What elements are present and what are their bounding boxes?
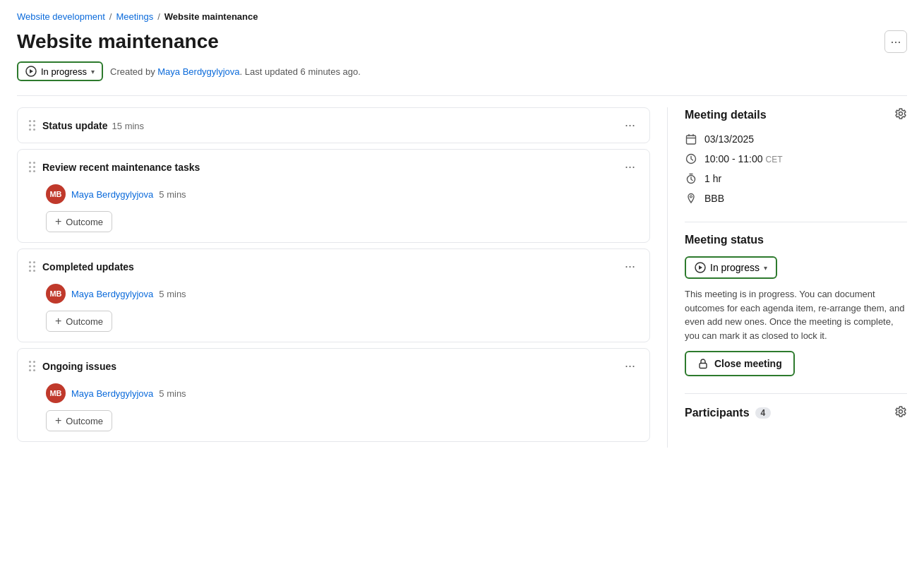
svg-rect-2 bbox=[687, 136, 696, 144]
agenda-item: Status update15 mins ··· bbox=[17, 107, 650, 143]
assignee-row: MB Maya Berdygylyjova 5 mins bbox=[46, 383, 638, 403]
page-header: Website maintenance ··· bbox=[17, 30, 907, 53]
assignee-row: MB Maya Berdygylyjova 5 mins bbox=[46, 284, 638, 304]
meeting-details-section: Meeting details bbox=[685, 107, 907, 205]
play-icon bbox=[25, 66, 37, 77]
plus-icon: + bbox=[55, 215, 61, 228]
agenda-item-body: MB Maya Berdygylyjova 5 mins + Outcome bbox=[18, 284, 649, 342]
agenda-item-title: Completed updates bbox=[42, 261, 134, 272]
assignee-duration: 5 mins bbox=[159, 189, 186, 200]
agenda-item-duration: 15 mins bbox=[112, 121, 145, 131]
agenda-item-left: Status update15 mins bbox=[29, 120, 144, 131]
more-options-button[interactable]: ··· bbox=[884, 30, 907, 53]
location-icon bbox=[685, 192, 697, 205]
meeting-status-badge-button[interactable]: In progress ▾ bbox=[685, 256, 777, 279]
agenda-item-body: MB Maya Berdygylyjova 5 mins + Outcome bbox=[18, 184, 649, 242]
meeting-status-header: Meeting status bbox=[685, 234, 907, 246]
assignee-row: MB Maya Berdygylyjova 5 mins bbox=[46, 184, 638, 204]
timer-icon bbox=[685, 172, 697, 185]
outcome-label: Outcome bbox=[66, 316, 103, 327]
outcome-label: Outcome bbox=[66, 217, 103, 227]
agenda-item-left: Review recent maintenance tasks bbox=[29, 162, 200, 173]
assignee-name[interactable]: Maya Berdygylyjova bbox=[71, 189, 153, 200]
meeting-details-gear-button[interactable] bbox=[894, 107, 907, 123]
breadcrumb-sep-1: / bbox=[109, 11, 112, 22]
agenda-item-header: Review recent maintenance tasks ··· bbox=[18, 150, 649, 184]
agenda-item: Completed updates ··· MB Maya Berdygylyj… bbox=[17, 248, 650, 342]
panel-divider-1 bbox=[685, 222, 907, 222]
gear-icon bbox=[894, 107, 907, 120]
participants-count: 4 bbox=[755, 407, 772, 419]
assignee-name[interactable]: Maya Berdygylyjova bbox=[71, 289, 153, 299]
right-panel: Meeting details bbox=[667, 107, 907, 448]
lock-icon bbox=[697, 358, 709, 369]
avatar: MB bbox=[46, 284, 66, 304]
participants-header: Participants 4 bbox=[685, 405, 907, 421]
agenda-item-title: Status update15 mins bbox=[42, 120, 144, 131]
avatar: MB bbox=[46, 184, 66, 204]
clock-icon bbox=[685, 152, 697, 165]
agenda-item: Review recent maintenance tasks ··· MB M… bbox=[17, 149, 650, 243]
status-label: In progress bbox=[41, 66, 87, 77]
svg-point-5 bbox=[690, 196, 692, 198]
meeting-status-section: Meeting status In progress ▾ This meetin… bbox=[685, 234, 907, 376]
main-layout: Status update15 mins ··· Review recent m… bbox=[17, 107, 907, 448]
agenda-item-menu-button[interactable]: ··· bbox=[622, 359, 638, 373]
agenda-item-left: Ongoing issues bbox=[29, 361, 116, 372]
breadcrumb-sep-2: / bbox=[157, 11, 160, 22]
chevron-down-icon: ▾ bbox=[764, 264, 767, 272]
detail-duration-row: 1 hr bbox=[685, 172, 907, 185]
meeting-status-label: In progress bbox=[710, 262, 760, 273]
detail-location-row: BBB bbox=[685, 192, 907, 205]
agenda-area: Status update15 mins ··· Review recent m… bbox=[17, 107, 667, 448]
drag-handle[interactable] bbox=[29, 120, 35, 131]
meeting-details-title: Meeting details bbox=[685, 109, 767, 121]
agenda-item-title: Ongoing issues bbox=[42, 361, 116, 372]
meeting-duration: 1 hr bbox=[704, 173, 721, 184]
breadcrumb-link-1[interactable]: Website development bbox=[17, 11, 105, 22]
participants-gear-button[interactable] bbox=[894, 405, 907, 421]
agenda-item-menu-button[interactable]: ··· bbox=[622, 259, 638, 274]
last-updated: Last updated 6 minutes ago. bbox=[245, 66, 361, 77]
drag-handle[interactable] bbox=[29, 261, 35, 272]
svg-marker-7 bbox=[699, 265, 702, 270]
close-meeting-label: Close meeting bbox=[714, 358, 782, 369]
agenda-item-header: Completed updates ··· bbox=[18, 249, 649, 284]
outcome-button[interactable]: + Outcome bbox=[46, 211, 112, 232]
breadcrumb-link-2[interactable]: Meetings bbox=[116, 11, 153, 22]
page-title: Website maintenance bbox=[17, 30, 219, 53]
agenda-item-header: Ongoing issues ··· bbox=[18, 349, 649, 383]
creator-link[interactable]: Maya Berdygylyjova bbox=[157, 66, 239, 77]
agenda-item: Ongoing issues ··· MB Maya Berdygylyjova… bbox=[17, 348, 650, 442]
meeting-location: BBB bbox=[704, 193, 724, 204]
meeting-details-header: Meeting details bbox=[685, 107, 907, 123]
participants-title-row: Participants 4 bbox=[685, 407, 771, 419]
agenda-item-menu-button[interactable]: ··· bbox=[622, 160, 638, 174]
detail-date-row: 03/13/2025 bbox=[685, 133, 907, 145]
close-meeting-button[interactable]: Close meeting bbox=[685, 351, 795, 376]
meeting-time: 10:00 - 11:00CET bbox=[704, 153, 783, 164]
agenda-item-title: Review recent maintenance tasks bbox=[42, 162, 200, 173]
page-divider bbox=[17, 95, 907, 96]
breadcrumb: Website development / Meetings / Website… bbox=[17, 11, 907, 22]
outcome-label: Outcome bbox=[66, 416, 103, 426]
participants-section: Participants 4 bbox=[685, 405, 907, 421]
drag-handle[interactable] bbox=[29, 162, 35, 172]
detail-time-row: 10:00 - 11:00CET bbox=[685, 152, 907, 165]
assignee-name[interactable]: Maya Berdygylyjova bbox=[71, 388, 153, 399]
outcome-button[interactable]: + Outcome bbox=[46, 311, 112, 332]
panel-divider-2 bbox=[685, 393, 907, 394]
status-badge-button[interactable]: In progress ▾ bbox=[17, 61, 103, 81]
drag-handle[interactable] bbox=[29, 361, 35, 371]
meeting-status-title: Meeting status bbox=[685, 234, 764, 246]
agenda-item-header: Status update15 mins ··· bbox=[18, 108, 649, 143]
meeting-date: 03/13/2025 bbox=[704, 133, 754, 145]
outcome-button[interactable]: + Outcome bbox=[46, 410, 112, 431]
play-circle-icon bbox=[695, 262, 706, 273]
svg-marker-1 bbox=[30, 69, 33, 73]
chevron-down-icon: ▾ bbox=[91, 68, 95, 76]
plus-icon: + bbox=[55, 315, 61, 328]
agenda-item-body: MB Maya Berdygylyjova 5 mins + Outcome bbox=[18, 383, 649, 441]
gear-icon bbox=[894, 405, 907, 418]
agenda-item-menu-button[interactable]: ··· bbox=[622, 118, 638, 133]
